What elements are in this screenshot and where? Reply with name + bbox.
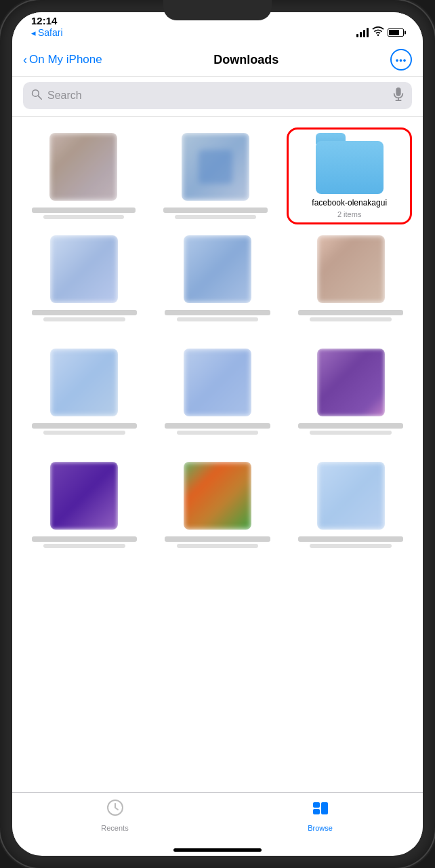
svg-rect-2 [396,87,400,96]
list-item[interactable] [289,456,412,553]
search-container: Search [12,77,423,117]
file-meta-blur [43,431,125,435]
file-thumbnail [317,462,385,530]
tab-recents[interactable]: Recents [12,798,218,832]
file-name-blur [298,310,403,315]
list-item[interactable] [155,127,276,224]
browse-label: Browse [308,824,333,832]
file-meta-blur [175,215,255,219]
file-name-blur [32,423,137,429]
svg-line-1 [38,96,41,99]
signal-bar-1 [356,34,358,37]
chevron-left-icon: ‹ [23,53,27,67]
search-placeholder[interactable]: Search [47,90,388,102]
battery-icon [388,28,404,37]
list-item[interactable] [289,230,412,327]
file-thumbnail [50,349,118,416]
svg-line-7 [115,808,118,810]
spacer [23,446,412,456]
nav-title: Downloads [213,53,278,67]
list-item[interactable] [157,343,279,440]
list-item[interactable] [23,127,144,224]
svg-rect-9 [313,809,320,814]
svg-rect-10 [321,802,328,814]
file-grid: facebook-olenakagui 2 items [12,117,423,792]
recents-label: Recents [101,824,128,832]
home-indicator [173,848,262,852]
signal-bars [356,28,369,37]
file-thumbnail [184,462,251,530]
file-meta-blur [310,431,392,435]
tab-bar: Recents Browse [12,792,423,848]
list-item[interactable] [23,456,146,553]
status-time: 12:14 [31,15,63,26]
grid-row-4 [23,456,412,553]
file-thumbnail [182,133,249,201]
file-thumbnail [50,235,118,303]
file-meta: 2 items [337,210,361,218]
file-meta-blur [43,544,125,548]
grid-row-3 [23,343,412,440]
file-meta-blur [177,431,259,435]
file-name-blur [32,536,137,542]
file-name: facebook-olenakagui [312,198,387,209]
phone-screen: 12:14 ◂ Safari [12,12,423,856]
file-name-blur [32,208,136,213]
safari-back-label[interactable]: Safari [38,27,63,38]
folder-body [316,141,384,194]
folder-icon [316,133,384,194]
mic-icon[interactable] [393,87,404,104]
file-thumbnail [50,462,118,530]
svg-point-0 [33,90,39,97]
signal-bar-2 [360,32,362,37]
file-thumbnail [184,349,251,416]
list-item[interactable] [23,230,146,327]
file-thumbnail [184,235,251,303]
grid-row-1: facebook-olenakagui 2 items [23,127,412,224]
svg-rect-8 [313,802,320,808]
file-thumbnail [49,133,117,201]
phone-frame: 12:14 ◂ Safari [0,0,435,868]
wifi-icon [372,26,384,38]
list-item[interactable] [157,230,279,327]
nav-back-button[interactable]: ‹ On My iPhone [23,53,102,67]
file-meta-blur [310,317,392,321]
signal-bar-4 [367,28,369,37]
grid-row-2 [23,230,412,327]
file-name-blur [298,536,403,542]
battery-fill [389,30,399,35]
spacer [23,332,412,343]
file-name-blur [32,310,137,315]
list-item[interactable]: facebook-olenakagui 2 items [287,127,412,224]
file-name-blur [165,310,270,315]
file-meta-blur [43,317,125,321]
file-thumbnail [317,349,385,416]
list-item[interactable] [157,456,279,553]
list-item[interactable] [23,343,146,440]
file-thumbnail [317,235,385,303]
tab-browse[interactable]: Browse [218,798,423,832]
file-name-blur [165,536,270,542]
file-meta-blur [177,544,259,548]
browse-icon [311,798,330,822]
file-name-blur [298,423,403,429]
file-meta-blur [177,317,259,321]
recents-icon [106,798,125,822]
more-options-button[interactable]: ••• [390,49,412,71]
search-bar[interactable]: Search [23,82,412,109]
list-item[interactable] [289,343,412,440]
signal-bar-3 [363,30,365,37]
search-icon [31,89,42,102]
file-name-blur [163,208,268,213]
status-icons [356,26,404,38]
file-name-blur [165,423,270,429]
nav-header: ‹ On My iPhone Downloads ••• [12,42,423,77]
file-meta-blur [43,215,124,219]
ellipsis-icon: ••• [396,55,407,65]
notch [163,0,272,20]
nav-back-label[interactable]: On My iPhone [29,53,102,66]
file-meta-blur [310,544,392,548]
